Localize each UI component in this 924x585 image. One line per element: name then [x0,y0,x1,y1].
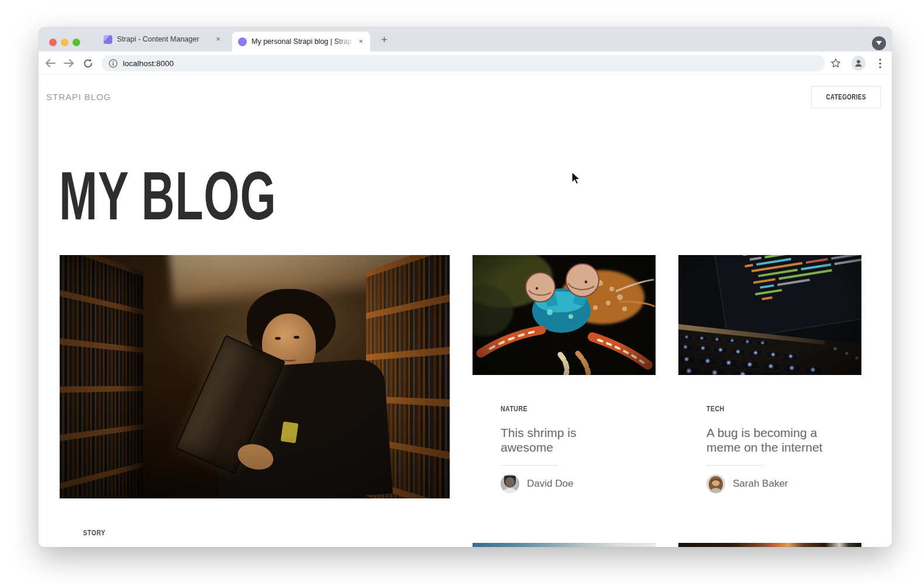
profile-icon [854,58,863,68]
category-label: NATURE [501,404,656,413]
menu-dots-icon [879,58,881,68]
url-text: localhost:8000 [123,59,174,68]
downloads-button[interactable] [872,36,886,50]
hero-title: MY BLOG [59,162,378,230]
reload-icon [83,58,93,68]
forward-button[interactable] [62,56,76,70]
tab-strip: Strapi - Content Manager × My personal S… [39,27,892,51]
brand-link[interactable]: STRAPI BLOG [46,92,111,102]
author-avatar [501,474,519,493]
post-image-partial-food[interactable] [678,543,861,547]
post-image-shrimp [473,255,656,375]
divider [501,465,558,466]
author-avatar [706,474,725,493]
browser-toolbar: localhost:8000 [39,51,892,75]
new-tab-button[interactable]: + [377,35,392,46]
window-close-button[interactable] [49,39,57,46]
back-button[interactable] [43,56,57,70]
author-name: David Doe [527,478,573,490]
post-card-story[interactable]: STORY [60,255,450,537]
post-card-tech[interactable]: TECH A bug is becoming a meme on the int… [678,255,861,493]
download-chevron-icon [876,41,882,46]
profile-button[interactable] [851,56,866,70]
tab-title-fade [334,32,355,51]
category-label: TECH [706,404,861,413]
post-image-partial-ocean[interactable] [473,543,656,547]
divider [706,465,764,466]
tab-strapi-content-manager[interactable]: Strapi - Content Manager × [96,27,229,51]
post-title[interactable]: A bug is becoming a meme on the internet [706,425,832,455]
desktop: Strapi - Content Manager × My personal S… [0,0,924,585]
menu-button[interactable] [873,56,887,70]
window-minimize-button[interactable] [61,39,68,46]
post-image-library [60,255,450,498]
strapi-favicon-icon [104,35,112,44]
blog-favicon-icon [238,37,247,46]
tab-close-icon[interactable]: × [356,37,366,46]
window-zoom-button[interactable] [73,39,80,46]
forward-icon [64,60,73,67]
categories-button[interactable]: CATEGORIES [811,86,881,108]
browser-window: Strapi - Content Manager × My personal S… [39,27,892,547]
categories-button-label: CATEGORIES [826,93,866,101]
bookmark-star-icon [830,58,841,68]
author-row: Sarah Baker [706,474,861,493]
reload-button[interactable] [81,56,95,70]
page-content: STRAPI BLOG CATEGORIES MY BLOG [39,75,892,547]
tab-title: Strapi - Content Manager [117,35,213,43]
site-info-icon [109,59,118,68]
author-row: David Doe [501,474,656,493]
bookmark-star-button[interactable] [829,56,843,70]
author-name: Sarah Baker [733,478,788,490]
post-title[interactable]: This shrimp is awesome [501,425,626,455]
post-card-nature[interactable]: NATURE This shrimp is awesome David Doe [473,255,656,493]
address-bar[interactable]: localhost:8000 [102,55,825,71]
back-icon [46,60,55,67]
tab-close-icon[interactable]: × [213,35,223,44]
post-image-laptop [678,255,861,375]
category-label: STORY [83,528,450,537]
cursor-pointer [571,171,581,185]
tab-my-blog[interactable]: My personal Strapi blog | Strap × [232,32,370,51]
